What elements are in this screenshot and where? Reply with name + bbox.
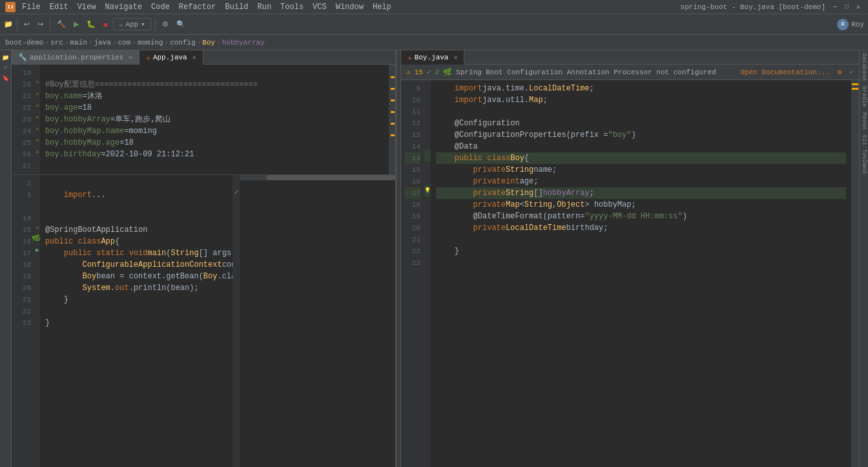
breadcrumb: boot-demo › src › main › java › com › mo… (0, 35, 868, 50)
menu-view[interactable]: View (74, 1, 100, 13)
debug-button[interactable]: 🐛 (84, 19, 98, 30)
bookmarks-icon[interactable]: 🔖 (1, 74, 10, 83)
left-horizontal-scrollbar[interactable] (240, 175, 395, 180)
scroll-marker-3 (391, 99, 395, 101)
app-tab-close[interactable]: ✕ (192, 54, 196, 61)
app-line-17: public static void main(String[] args) { (45, 247, 227, 259)
boy-line-14a: @Data (436, 141, 846, 152)
editor-area: 🔧 application.properties ✕ ☕ App.java ✕ (12, 50, 868, 467)
boy-line-13: @ConfigurationProperties(prefix = "boy") (436, 129, 846, 141)
redo-button[interactable]: ↪ (35, 19, 46, 30)
right-scroll-warning-1 (852, 83, 858, 85)
right-sidebar: Database Gradle Maven Git ToolWnd (859, 50, 868, 467)
left-editor-pane: 🔧 application.properties ✕ ☕ App.java ✕ (12, 50, 396, 467)
breadcrumb-com[interactable]: com (118, 39, 130, 47)
run-config-label: App (125, 21, 138, 28)
boy-line-23 (436, 257, 846, 269)
breadcrumb-moming[interactable]: moming (138, 39, 163, 47)
prop-line-25: boy.hobbyMap.age=18 (45, 137, 384, 149)
menu-window[interactable]: Window (332, 1, 367, 13)
boy-java-code-content[interactable]: import java.time.LocalDateTime; import j… (431, 80, 851, 467)
gradle-sidebar-label[interactable]: Gradle (861, 83, 867, 109)
properties-code-pane: 19 20 21 22 23 24 25 26 27 ⚠ (12, 65, 395, 174)
title-bar: IJ File Edit View Navigate Code Refactor… (0, 0, 868, 14)
maven-sidebar-label[interactable]: Maven (861, 110, 867, 132)
breadcrumb-config[interactable]: config (170, 39, 196, 47)
app-java-section: 2 3 14 15 16 17 18 19 20 21 22 (12, 175, 395, 467)
git-tool-window-label[interactable]: Git ToolWnd (861, 132, 867, 176)
menu-file[interactable]: File (18, 1, 45, 13)
boy-line-19: @DateTimeFormat(pattern="yyyy-MM-dd HH:m… (436, 211, 846, 222)
scroll-marker-5 (391, 123, 395, 125)
prop-line-26: boy.birthday=2022-10-09 21:12:21 (45, 149, 384, 160)
breadcrumb-java[interactable]: java (94, 39, 110, 47)
editors-container: 🔧 application.properties ✕ ☕ App.java ✕ (12, 50, 868, 467)
run-app-button[interactable]: ▶ (71, 19, 81, 30)
properties-scroll-gutter[interactable] (389, 65, 395, 174)
properties-section: 19 20 21 22 23 24 25 26 27 ⚠ (12, 65, 395, 175)
properties-tab-icon: 🔧 (18, 53, 27, 61)
menu-build[interactable]: Build (221, 1, 252, 13)
menu-edit[interactable]: Edit (46, 1, 72, 13)
boy-line-14b: public class Boy { (436, 152, 846, 164)
close-notification-icon[interactable]: ✓ (849, 68, 854, 76)
tab-app-java[interactable]: ☕ App.java ✕ (140, 50, 203, 65)
stop-button[interactable]: ■ (101, 19, 110, 30)
minimize-button[interactable]: — (831, 3, 840, 12)
structure-icon[interactable]: ≡ (1, 63, 10, 72)
editor-split-gutter[interactable] (396, 50, 401, 467)
build-button[interactable]: 🔨 (54, 19, 68, 30)
properties-tab-close[interactable]: ✕ (129, 54, 132, 61)
prop-line-27 (45, 160, 384, 172)
undo-button[interactable]: ↩ (21, 19, 32, 30)
toolbar-separator-2 (50, 18, 50, 31)
run-config-selector[interactable]: ☕ App ▾ (113, 18, 151, 30)
breadcrumb-main[interactable]: main (70, 39, 87, 47)
breadcrumb-src[interactable]: src (50, 39, 63, 47)
menu-refactor[interactable]: Refactor (175, 1, 220, 13)
breadcrumb-hobbyarray[interactable]: hobbyArray (222, 39, 265, 47)
app-line-14 (45, 213, 227, 224)
scroll-marker-6 (391, 134, 395, 136)
menu-help[interactable]: Help (369, 1, 395, 13)
database-sidebar-label[interactable]: Database (861, 50, 867, 83)
boy-line-9: import java.time.LocalDateTime; (436, 83, 846, 94)
spring-icon: 🌿 (443, 68, 452, 76)
breadcrumb-boot-demo[interactable]: boot-demo (5, 39, 43, 47)
tab-boy-java[interactable]: ☕ Boy.java ✕ (401, 50, 464, 65)
tab-application-properties[interactable]: 🔧 application.properties ✕ (12, 50, 140, 64)
app-scroll-gutter[interactable]: ✓ (232, 175, 240, 467)
open-doc-link[interactable]: Open Documentation... (740, 68, 830, 76)
menu-bar: File Edit View Navigate Code Refactor Bu… (18, 1, 395, 13)
boy-scroll-gutter[interactable] (851, 80, 859, 467)
run-config-dropdown-icon: ▾ (141, 20, 145, 28)
app-tab-label: App.java (153, 54, 187, 61)
menu-navigate[interactable]: Navigate (101, 1, 146, 13)
properties-code-content[interactable]: #Boy配置信息================================… (40, 65, 389, 174)
window-controls: — □ ✕ (831, 3, 863, 12)
menu-code[interactable]: Code (147, 1, 174, 13)
boy-line-12: @Configuration (436, 118, 846, 129)
settings-button[interactable]: ⚙ (160, 19, 171, 30)
boy-line-16: private int age; (436, 176, 846, 187)
settings-gear-icon[interactable]: ⚙ (838, 68, 842, 76)
h-scrollbar-thumb[interactable] (266, 175, 395, 180)
prop-line-20: #Boy配置信息================================… (45, 79, 384, 90)
search-button[interactable]: 🔍 (174, 19, 188, 30)
right-editor-tabs: ☕ Boy.java ✕ (401, 50, 859, 65)
spring-notice-text: Spring Boot Configuration Annotation Pro… (456, 68, 716, 76)
boy-tab-close[interactable]: ✕ (453, 54, 457, 61)
menu-run[interactable]: Run (253, 1, 275, 13)
boy-line-10: import java.util.Map; (436, 94, 846, 106)
maximize-button[interactable]: □ (842, 3, 851, 12)
boy-line-18: private Map<String,Object> hobbyMap; (436, 199, 846, 211)
app-java-code-content[interactable]: import ... @SpringBootApplication public… (40, 175, 232, 467)
run-config-icon: ☕ (119, 20, 123, 28)
prop-line-24: boy.hobbyMap.name=moming (45, 125, 384, 137)
menu-vcs[interactable]: VCS (309, 1, 331, 13)
close-button[interactable]: ✕ (854, 3, 863, 12)
project-sidebar-icon[interactable]: 📁 (1, 53, 10, 62)
prop-line-23: boy.hobbyArray=单车,跑步,爬山 (45, 114, 384, 125)
menu-tools[interactable]: Tools (276, 1, 307, 13)
breadcrumb-boy[interactable]: Boy (202, 39, 215, 47)
